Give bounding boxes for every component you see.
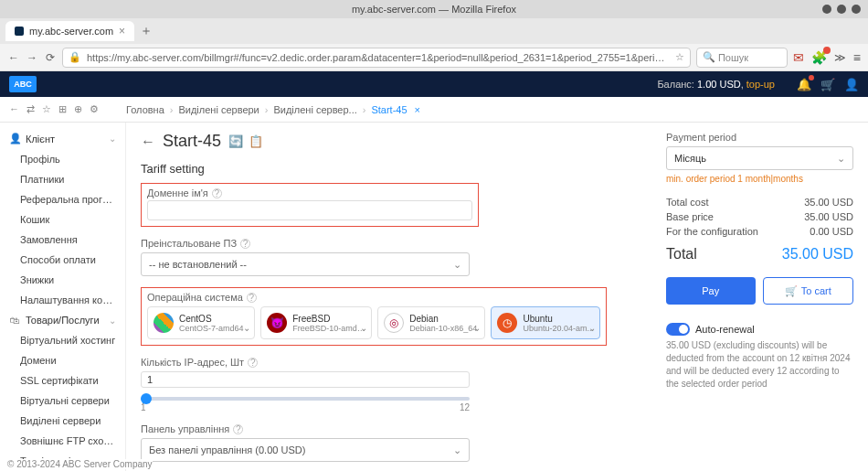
back-arrow-icon[interactable]: ← (141, 134, 155, 150)
help-icon[interactable]: ? (240, 239, 250, 249)
notifications-icon[interactable]: 🔔 (797, 78, 811, 91)
chevron-down-icon[interactable]: ⌄ (473, 323, 481, 333)
period-label: Payment period (666, 132, 853, 143)
overflow-icon[interactable]: ≫ (834, 51, 846, 64)
sidebar-item-vhosting[interactable]: Віртуальний хостинг (0, 330, 125, 350)
help-icon[interactable]: ? (212, 188, 222, 198)
chevron-down-icon: ⌄ (109, 316, 116, 326)
minimize-icon[interactable] (822, 5, 831, 14)
gear-icon[interactable]: ⚙ (90, 103, 99, 115)
sidebar-item-vps[interactable]: Віртуальні сервери (0, 391, 125, 411)
sidebar-item-profile[interactable]: Профіль (0, 149, 125, 169)
control-panel-select[interactable]: Без панелі управління (0.00 USD) (141, 438, 470, 462)
lock-icon: 🔒 (69, 51, 81, 63)
page-header: ← Start-45 🔄 📋 (141, 132, 648, 151)
preinstall-select[interactable]: -- не встановлений -- (141, 252, 470, 276)
crumb-active[interactable]: Start-45 (371, 104, 407, 115)
chevron-down-icon[interactable]: ⌄ (243, 323, 250, 333)
reload-icon[interactable]: ⟳ (44, 51, 57, 64)
os-option-debian[interactable]: ◎ DebianDebian-10-x86_64 ⌄ (377, 306, 485, 339)
cost-row-config: For the configuration 0.00 USD (666, 226, 853, 237)
ip-count-slider[interactable] (141, 397, 470, 401)
browser-tab[interactable]: my.abc-server.com × (5, 21, 134, 41)
auto-renewal-toggle[interactable] (666, 323, 690, 336)
url-text: https://my.abc-server.com/billmgr#/func=… (87, 52, 670, 63)
domain-name-input[interactable] (147, 200, 472, 220)
ubuntu-icon: ◷ (497, 313, 517, 333)
sidebar-item-discounts[interactable]: Знижки (0, 270, 125, 290)
chevron-down-icon[interactable]: ⌄ (360, 323, 367, 333)
close-window-icon[interactable] (852, 5, 861, 14)
period-select[interactable]: Місяць (666, 146, 853, 170)
section-title: Tariff setting (141, 162, 648, 176)
back-small-icon[interactable]: ← (9, 103, 19, 115)
breadcrumb: Головна › Виділені сервери › Виділені се… (126, 104, 420, 115)
ip-count-input[interactable]: 1 (141, 371, 470, 388)
crumb-1[interactable]: Виділені сервери (178, 104, 259, 115)
sidebar-item-payers[interactable]: Платники (0, 169, 125, 189)
url-input[interactable]: 🔒 https://my.abc-server.com/billmgr#/fun… (62, 48, 691, 68)
cart-small-icon: 🛒 (785, 285, 798, 297)
bookmark-icon[interactable]: ☆ (675, 51, 684, 63)
min-period-note: min. order period 1 month|months (666, 174, 853, 184)
os-option-centos[interactable]: CentOSCentOS-7-amd64 ⌄ (147, 306, 255, 339)
menu-icon[interactable]: ≡ (853, 50, 861, 65)
chevron-down-icon[interactable]: ⌄ (588, 323, 596, 333)
back-icon[interactable]: ← (7, 51, 20, 64)
cart-icon[interactable]: 🛒 (820, 78, 835, 91)
browser-tool-icons: ✉ 🧩 ≫ ≡ (793, 50, 861, 65)
sidebar-item-domains[interactable]: Домени (0, 350, 125, 370)
domain-name-field: Доменне ім'я? (141, 183, 479, 227)
os-field: Операційна система? CentOSCentOS-7-amd64… (141, 287, 607, 346)
mail-icon[interactable]: ✉ (793, 50, 804, 65)
sidebar-item-payment-methods[interactable]: Способи оплати (0, 250, 125, 270)
maximize-icon[interactable] (837, 5, 846, 14)
logo[interactable]: ABC (9, 76, 37, 92)
pay-button[interactable]: Pay (666, 277, 756, 305)
sidebar-item-dedicated[interactable]: Виділені сервери (0, 411, 125, 431)
extensions-icon[interactable]: 🧩 (811, 50, 827, 65)
cost-row-base: Base price 35.00 USD (666, 211, 853, 222)
crumb-2[interactable]: Виділені сервер... (273, 104, 356, 115)
os-option-freebsd[interactable]: 😈 FreeBSDFreeBSD-10-amd64 ⌄ (260, 306, 372, 339)
plus-icon[interactable]: ⊕ (74, 103, 82, 115)
sidebar-item-ssl[interactable]: SSL сертифікати (0, 370, 125, 391)
sidebar-group-products[interactable]: 🛍 Товари/Послуги ⌄ (0, 310, 125, 330)
close-tab-icon[interactable]: × (119, 25, 125, 37)
sidebar-item-basket[interactable]: Кошик (0, 209, 125, 230)
sidebar-item-referral[interactable]: Реферальна програма (0, 189, 125, 209)
app-header: ABC Баланс: 1.00 USD, top-up 🔔 🛒 👤 (0, 71, 868, 97)
debian-icon: ◎ (384, 313, 404, 333)
tree-icon[interactable]: ⇄ (26, 103, 35, 115)
favicon-icon (15, 27, 24, 36)
help-icon[interactable]: ? (233, 424, 243, 434)
toolbar-icons: ← ⇄ ☆ ⊞ ⊕ ⚙ (9, 103, 99, 115)
window-title: my.abc-server.com — Mozilla Firefox (352, 4, 516, 15)
close-crumb-icon[interactable]: × (415, 104, 420, 115)
crumb-home[interactable]: Головна (126, 104, 164, 115)
freebsd-icon: 😈 (267, 313, 287, 333)
topup-link[interactable]: top-up (746, 79, 775, 90)
cost-row-total-cost: Total cost 35.00 USD (666, 197, 853, 208)
refresh-icon[interactable]: 🔄 (228, 134, 243, 148)
user-icon[interactable]: 👤 (844, 78, 859, 91)
star-small-icon[interactable]: ☆ (42, 103, 51, 115)
cost-row-grand-total: Total 35.00 USD (666, 246, 853, 262)
new-tab-icon[interactable]: ＋ (140, 23, 153, 39)
sidebar-item-orders[interactable]: Замовлення (0, 230, 125, 250)
sidebar-item-ftp[interactable]: Зовнішнє FTP сховище (0, 431, 125, 451)
chevron-down-icon: ⌄ (109, 134, 116, 144)
browser-search-input[interactable]: 🔍 Пошук (696, 48, 788, 68)
os-option-ubuntu[interactable]: ◷ UbuntuUbuntu-20.04-am... ⌄ (491, 306, 600, 339)
to-cart-button[interactable]: 🛒To cart (763, 277, 854, 305)
help-icon[interactable]: ? (247, 293, 257, 303)
help-icon[interactable]: ? (248, 358, 258, 368)
sidebar-group-client[interactable]: 👤 Клієнт ⌄ (0, 128, 125, 149)
window-controls (822, 5, 861, 14)
box-icon[interactable]: ⊞ (58, 103, 67, 115)
copy-icon[interactable]: 📋 (249, 134, 263, 148)
forward-icon[interactable]: → (26, 51, 38, 64)
sidebar-item-user-settings[interactable]: Налаштування користув... (0, 290, 125, 310)
copyright: © 2013-2024 ABC Server Company (7, 459, 153, 469)
browser-tab-bar: my.abc-server.com × ＋ (0, 18, 868, 44)
